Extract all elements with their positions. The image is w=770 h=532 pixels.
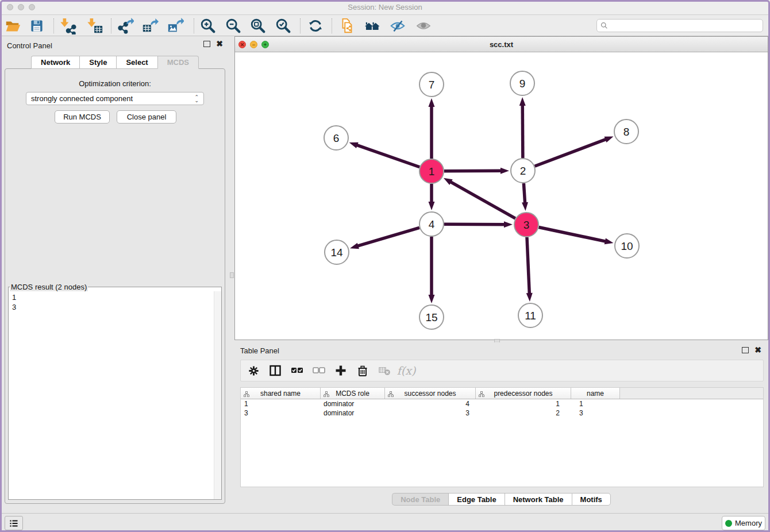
mcds-result-box: MCDS result (2 nodes) 13 (8, 283, 222, 500)
toolbar-separator (53, 18, 54, 33)
graph-edge-arrowhead (519, 97, 526, 106)
run-mcds-button[interactable]: Run MCDS (55, 110, 110, 124)
close-panel-icon[interactable]: ✖ (754, 347, 761, 353)
search-input[interactable] (610, 20, 763, 32)
close-panel-button[interactable]: Close panel (117, 110, 176, 124)
network-graph: 1234678910111415 (235, 52, 767, 340)
tab-select[interactable]: Select (116, 56, 157, 69)
export-image-icon[interactable] (166, 17, 184, 35)
main-toolbar (0, 16, 770, 36)
control-panel-header: Control Panel ✖ (0, 36, 230, 55)
column-header[interactable]: MCDS role (321, 388, 385, 399)
result-line: 3 (12, 302, 218, 312)
table-toolbar: f(x) (240, 360, 764, 381)
float-panel-icon[interactable] (203, 41, 210, 47)
list-icon (9, 518, 19, 529)
table-cell: 3 (241, 408, 321, 418)
table-body: 1dominator4113dominator323 (241, 399, 763, 418)
graph-edge[interactable] (523, 183, 525, 203)
column-header[interactable]: predecessor nodes (476, 388, 571, 399)
dropdown-stepper-icon: ⌃⌄ (194, 95, 199, 102)
toolbar-separator (300, 18, 301, 33)
column-header[interactable]: shared name (241, 388, 321, 399)
graph-edge-arrowhead (429, 98, 435, 107)
tab-mcds[interactable]: MCDS (157, 56, 199, 69)
float-panel-icon[interactable] (742, 347, 749, 353)
graph-node-label: 10 (621, 240, 633, 252)
graph-edge[interactable] (522, 105, 523, 158)
graph-edge-arrowhead (350, 243, 359, 249)
tab-style[interactable]: Style (79, 56, 116, 69)
control-panel-tabs: Network Style Select MCDS (0, 56, 230, 69)
graph-edge-arrowhead (605, 238, 614, 245)
import-network-icon[interactable] (59, 17, 77, 35)
delete-column-trash-icon[interactable] (356, 364, 369, 377)
table-cell: dominator (321, 408, 386, 418)
graph-edge[interactable] (539, 228, 606, 242)
column-header[interactable]: name (571, 388, 620, 399)
column-header-label: successor nodes (404, 390, 456, 398)
task-history-button[interactable] (5, 516, 23, 530)
graph-node-label: 8 (623, 126, 630, 138)
refresh-layout-icon[interactable] (306, 17, 325, 35)
split-columns-icon[interactable] (268, 364, 282, 377)
splitter-grip[interactable] (230, 272, 234, 278)
add-column-icon[interactable] (334, 364, 348, 377)
deselect-checkboxes-icon[interactable] (312, 364, 326, 377)
graph-node-label: 1 (429, 165, 435, 178)
control-panel: Control Panel ✖ Network Style Select MCD… (0, 36, 230, 513)
mcds-result-title: MCDS result (2 nodes) (10, 283, 88, 291)
optimization-criterion-dropdown[interactable]: strongly connected component ⌃⌄ (26, 92, 204, 105)
hide-selected-eye-icon[interactable] (388, 17, 407, 35)
network-canvas[interactable]: 1234678910111415 (235, 52, 768, 340)
memory-status-icon (725, 520, 732, 527)
vertical-splitter[interactable] (230, 36, 234, 513)
column-header[interactable]: successor nodes (385, 388, 476, 399)
tab-motifs[interactable]: Motifs (572, 493, 611, 506)
tab-network-table[interactable]: Network Table (505, 493, 572, 506)
tab-node-table[interactable]: Node Table (392, 493, 448, 506)
save-session-icon[interactable] (28, 17, 46, 35)
graph-edge[interactable] (535, 139, 607, 166)
graph-edge[interactable] (356, 145, 419, 167)
zoom-selected-icon[interactable] (274, 17, 292, 35)
graph-node-label: 4 (429, 218, 435, 230)
memory-button[interactable]: Memory (722, 516, 765, 530)
open-session-icon[interactable] (3, 17, 22, 35)
zoom-out-icon[interactable] (224, 17, 242, 35)
control-panel-title: Control Panel (7, 41, 52, 50)
graph-edge[interactable] (444, 171, 502, 171)
tab-network[interactable]: Network (31, 56, 79, 69)
table-panel: Table Panel ✖ f(x) shared nameMCDS rol (234, 342, 768, 513)
graph-edge-arrowhead (504, 221, 513, 228)
export-table-icon[interactable] (141, 17, 159, 35)
graph-edge-arrowhead (526, 293, 533, 302)
network-window-titlebar[interactable]: ✕ − + scc.txt (235, 37, 768, 52)
tab-edge-table[interactable]: Edge Table (448, 493, 504, 506)
home-layout-icon[interactable] (363, 17, 382, 35)
column-header-label: predecessor nodes (494, 390, 552, 398)
graph-edge[interactable] (357, 228, 419, 246)
zoom-in-icon[interactable] (199, 17, 217, 35)
sort-tree-icon (324, 391, 329, 399)
table-row[interactable]: 3dominator323 (241, 408, 763, 418)
gear-icon[interactable] (247, 364, 260, 377)
duplicate-network-icon[interactable] (338, 17, 356, 35)
mcds-panel: Optimization criterion: strongly connect… (5, 68, 225, 504)
graph-edge[interactable] (444, 224, 505, 225)
network-view-window: ✕ − + scc.txt 1234678910111415 (234, 36, 768, 340)
graph-edge[interactable] (527, 237, 529, 294)
show-all-eye-icon[interactable] (414, 17, 433, 35)
export-network-icon[interactable] (116, 17, 134, 35)
import-table-icon[interactable] (86, 17, 104, 35)
table-row[interactable]: 1dominator411 (241, 399, 763, 408)
graph-edge[interactable] (450, 182, 515, 218)
table-cell: 2 (478, 408, 573, 418)
dropdown-value: strongly connected component (31, 94, 133, 103)
result-scrollbar[interactable] (214, 291, 221, 499)
close-panel-icon[interactable]: ✖ (216, 41, 223, 47)
select-all-checkboxes-icon[interactable] (290, 364, 304, 377)
zoom-fit-icon[interactable] (249, 17, 267, 35)
table-tabs: Node Table Edge Table Network Table Moti… (234, 493, 768, 506)
search-box[interactable] (596, 19, 763, 32)
